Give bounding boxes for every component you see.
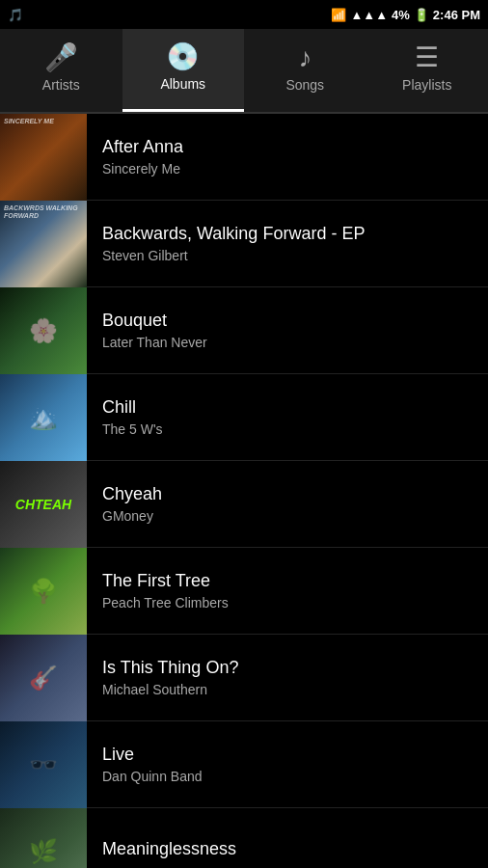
tab-artists-label: Artists [42, 77, 80, 93]
songs-icon: ♪ [298, 44, 312, 71]
tab-bar: 🎤 Artists 💿 Albums ♪ Songs ☰ Playlists [0, 29, 488, 114]
album-row[interactable]: 🌸 Bouquet Later Than Never [0, 287, 488, 374]
album-row[interactable]: 🌿 Meaninglessness [0, 808, 488, 868]
album-info: Meaninglessness [87, 839, 488, 863]
album-row[interactable]: 🌳 The First Tree Peach Tree Climbers [0, 548, 488, 635]
album-title: Backwards, Walking Forward - EP [102, 224, 473, 244]
album-row[interactable]: BACKWRDS WALKING FORWARD Backwards, Walk… [0, 201, 488, 287]
album-artist: The 5 W's [102, 421, 473, 437]
album-title: After Anna [102, 137, 473, 157]
status-bar: 🎵 📶 ▲▲▲ 4% 🔋 2:46 PM [0, 0, 488, 29]
status-right: 📶 ▲▲▲ 4% 🔋 2:46 PM [331, 8, 480, 22]
album-art-is-this: 🎸 [0, 635, 87, 721]
album-artist: Peach Tree Climbers [102, 595, 473, 610]
wifi-icon: 📶 [331, 8, 346, 22]
album-art-live: 🕶️ [0, 721, 87, 808]
album-title: Chyeah [102, 484, 473, 504]
playlists-icon: ☰ [415, 44, 439, 71]
album-title: Chill [102, 397, 473, 418]
tab-songs-label: Songs [285, 77, 324, 93]
album-art-meaninglessness: 🌿 [0, 808, 87, 869]
album-title: Bouquet [102, 311, 473, 331]
album-row[interactable]: CHTEAH Chyeah GMoney [0, 461, 488, 548]
album-title: Live [102, 745, 473, 765]
album-art-first-tree: 🌳 [0, 548, 87, 635]
tab-playlists-label: Playlists [402, 77, 451, 93]
album-title: Meaninglessness [102, 839, 473, 859]
album-art-chill: 🏔️ [0, 374, 87, 461]
tab-playlists[interactable]: ☰ Playlists [366, 29, 489, 112]
album-list: SINCERELY ME After Anna Sincerely Me BAC… [0, 114, 488, 868]
signal-icon: ▲▲▲ [350, 8, 388, 22]
album-art-backwards: BACKWRDS WALKING FORWARD [0, 201, 87, 287]
battery-icon: 🔋 [414, 8, 429, 22]
album-artist: Michael Southern [102, 682, 473, 697]
album-row[interactable]: SINCERELY ME After Anna Sincerely Me [0, 114, 488, 201]
album-artist: Sincerely Me [102, 161, 473, 176]
album-row[interactable]: 🕶️ Live Dan Quinn Band [0, 721, 488, 808]
album-info: Bouquet Later Than Never [87, 311, 488, 350]
album-row[interactable]: 🏔️ Chill The 5 W's [0, 374, 488, 461]
album-info: After Anna Sincerely Me [87, 137, 488, 176]
tab-albums-label: Albums [160, 76, 205, 92]
album-artist: GMoney [102, 508, 473, 524]
albums-icon: 💿 [166, 43, 200, 70]
album-artist: Later Than Never [102, 335, 473, 350]
album-info: Chill The 5 W's [87, 397, 488, 437]
battery-percent: 4% [392, 8, 410, 22]
tab-albums[interactable]: 💿 Albums [122, 29, 245, 112]
album-art-after-anna: SINCERELY ME [0, 114, 87, 201]
album-info: Is This Thing On? Michael Southern [87, 658, 488, 697]
album-title: Is This Thing On? [102, 658, 473, 678]
album-info: Chyeah GMoney [87, 484, 488, 524]
album-art-chyeah: CHTEAH [0, 461, 87, 548]
album-info: Backwards, Walking Forward - EP Steven G… [87, 224, 488, 263]
tab-songs[interactable]: ♪ Songs [244, 29, 366, 112]
album-title: The First Tree [102, 571, 473, 591]
album-info: Live Dan Quinn Band [87, 745, 488, 784]
status-left: 🎵 [8, 8, 23, 22]
album-artist: Dan Quinn Band [102, 769, 473, 784]
clock: 2:46 PM [433, 8, 480, 22]
tab-artists[interactable]: 🎤 Artists [0, 29, 122, 112]
app-icon: 🎵 [8, 8, 23, 22]
album-art-bouquet: 🌸 [0, 287, 87, 374]
album-row[interactable]: 🎸 Is This Thing On? Michael Southern [0, 635, 488, 721]
album-artist: Steven Gilbert [102, 248, 473, 263]
album-info: The First Tree Peach Tree Climbers [87, 571, 488, 610]
artists-icon: 🎤 [44, 44, 78, 71]
